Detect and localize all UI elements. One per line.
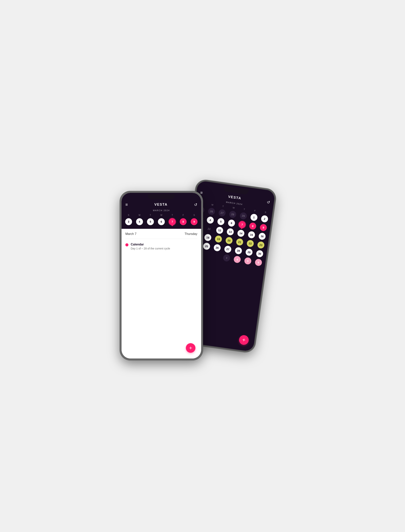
cal-day-7-front[interactable]: 7 — [167, 218, 178, 226]
cal-day[interactable]: 15 — [246, 230, 257, 239]
cal-day[interactable]: 23 — [255, 240, 267, 250]
cal-day[interactable]: 11 — [203, 224, 215, 233]
cal-day[interactable]: 21 — [234, 237, 246, 246]
month-label-front: MARCH 2024 — [122, 209, 201, 213]
phone-front: ≡ VESTA ↺ MARCH 2024 S M T W T F S 3 4 — [120, 192, 202, 360]
screen-front: ≡ VESTA ↺ MARCH 2024 S M T W T F S 3 4 — [122, 193, 201, 359]
selected-date: March 7 — [125, 232, 136, 236]
fab-front[interactable]: + — [186, 343, 196, 353]
event-dot — [125, 243, 128, 246]
cal-day[interactable]: 30 — [254, 249, 265, 258]
cal-day[interactable]: 20 — [223, 236, 235, 245]
cal-day[interactable]: 28 — [227, 209, 238, 219]
event-title: Calendar — [131, 243, 170, 246]
cal-day[interactable]: 4 — [231, 255, 243, 264]
event-description: Day 1 of ~ 28 of the current cycle — [131, 247, 170, 250]
cal-day[interactable]: 29 — [237, 211, 249, 220]
cal-day[interactable]: 9 — [257, 223, 269, 232]
cal-day[interactable]: 22 — [244, 239, 256, 248]
cal-day[interactable]: 26 — [211, 243, 223, 252]
cal-day[interactable]: 26 — [206, 206, 217, 216]
fab-back[interactable]: + — [238, 334, 249, 345]
refresh-icon-front[interactable]: ↺ — [194, 202, 197, 207]
app-title-front: VESTA — [155, 203, 168, 206]
event-content: Calendar Day 1 of ~ 28 of the current cy… — [131, 243, 170, 250]
cal-day[interactable]: 16 — [256, 232, 268, 241]
menu-icon-back[interactable]: ≡ — [200, 191, 203, 195]
cal-day[interactable]: 1 — [248, 213, 260, 222]
cal-day[interactable]: 5 — [242, 256, 254, 266]
cal-day-7-back[interactable]: 7 — [236, 220, 248, 229]
cal-day[interactable]: 4 — [204, 215, 216, 225]
notch-front — [148, 194, 175, 199]
day-headers-front: S M T W T F S — [123, 213, 200, 217]
cal-day[interactable]: 5 — [215, 217, 227, 226]
vol-up-btn-front[interactable] — [120, 227, 121, 235]
date-row: March 7 Thursday — [125, 232, 197, 239]
vol-down-btn-front[interactable] — [120, 237, 121, 245]
calendar-front: S M T W T F S 3 4 5 6 7 — [122, 213, 201, 229]
week-front: 3 4 5 6 7 8 9 — [123, 218, 200, 226]
cal-day[interactable]: 12 — [214, 226, 225, 235]
cal-day[interactable]: 28 — [233, 246, 244, 255]
cal-day[interactable]: 19 — [213, 234, 224, 244]
cal-day[interactable]: 6 — [226, 218, 237, 228]
cal-day — [210, 252, 222, 261]
cal-day[interactable]: 8 — [247, 221, 259, 231]
cal-day[interactable]: 27 — [222, 245, 234, 254]
detail-section: March 7 Thursday Calendar Day 1 of ~ 28 … — [122, 229, 201, 359]
scene: ≡ VESTA ↺ MARCH 2024 S M T W T F S 25 — [120, 172, 285, 360]
cal-day[interactable]: 14 — [235, 228, 247, 238]
cal-day[interactable]: 27 — [216, 208, 228, 218]
cal-day[interactable]: 6 — [253, 258, 264, 267]
event-item: Calendar Day 1 of ~ 28 of the current cy… — [125, 243, 197, 250]
refresh-icon-back[interactable]: ↺ — [266, 200, 270, 205]
cal-day[interactable]: 18 — [202, 233, 214, 242]
cal-day[interactable]: 13 — [224, 227, 236, 236]
power-btn-front[interactable] — [202, 231, 202, 243]
cal-day[interactable]: 25 — [201, 241, 212, 251]
cal-day[interactable]: 3 — [221, 253, 232, 262]
cal-day[interactable]: 29 — [243, 247, 255, 257]
selected-day-name: Thursday — [184, 232, 197, 236]
app-title-back: VESTA — [228, 194, 242, 200]
cal-day[interactable]: 2 — [259, 214, 270, 223]
menu-icon-front[interactable]: ≡ — [125, 203, 128, 207]
